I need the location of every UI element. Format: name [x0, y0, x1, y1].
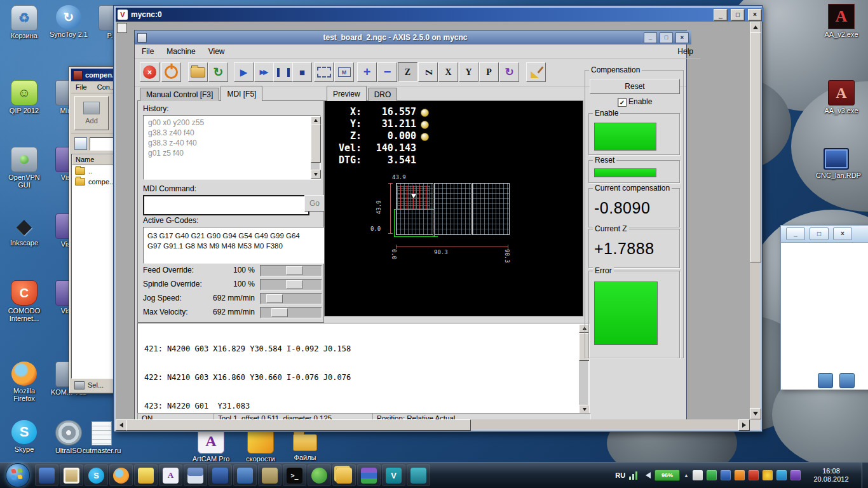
pause-button[interactable] — [273, 62, 293, 82]
taskbar-icon-terminal[interactable]: >_ — [283, 464, 306, 486]
desktop-icon-cnc-lan-rdp[interactable]: CNC_lan.RDP — [816, 146, 857, 179]
desktop-icon-qip[interactable]: ☺ QIP 2012 — [4, 80, 44, 114]
slider-handle[interactable] — [286, 266, 302, 275]
tray-icon-sun[interactable] — [763, 470, 773, 480]
taskbar-icon-app-blue[interactable] — [208, 464, 232, 486]
desktop-icon-firefox[interactable]: Mozilla Firefox — [4, 362, 44, 402]
clear-plot-button[interactable] — [526, 62, 546, 82]
run-program-button[interactable]: ▶ — [234, 62, 254, 82]
network-icon[interactable] — [629, 471, 639, 480]
rotate-view-button[interactable]: ↻ — [499, 62, 519, 82]
mdi-history-list[interactable]: g00 x0 y200 z55 g38.3 z40 f40 g38.3 z-40… — [143, 115, 321, 180]
desktop-icon-recycle-bin[interactable]: ♻ Корзина — [4, 5, 44, 39]
scroll-down-arrow[interactable] — [750, 408, 761, 419]
file-icon[interactable] — [818, 373, 833, 388]
desktop-icon-skorosti[interactable]: скорости — [240, 428, 281, 463]
machine-power-button[interactable] — [161, 62, 181, 82]
mdi-go-button[interactable]: Go — [304, 195, 325, 212]
scroll-right-arrow[interactable] — [738, 419, 750, 431]
reload-file-button[interactable]: ↻ — [208, 62, 228, 82]
spindle-override-slider[interactable] — [260, 279, 322, 290]
maximize-button[interactable]: □ — [810, 227, 829, 240]
show-desktop-button[interactable] — [862, 463, 868, 488]
desktop-icon-comodo[interactable]: C COMODO Internet... — [4, 280, 44, 322]
taskbar-icon-firefox[interactable] — [109, 464, 133, 486]
jog-speed-slider[interactable] — [260, 293, 322, 304]
desktop-icon-artcam[interactable]: A ArtCAM Pro — [191, 428, 231, 463]
clock[interactable]: 16:08 20.08.2012 — [810, 467, 853, 484]
tab-dro[interactable]: DRO — [368, 88, 398, 101]
menu-help[interactable]: Help — [677, 47, 693, 56]
history-scrollbar[interactable] — [311, 116, 320, 179]
vnc-titlebar[interactable]: V mycnc:0 _ □ × — [116, 8, 764, 22]
start-button[interactable] — [6, 463, 30, 487]
gcode-line[interactable]: 422: N4210 G03 X16.860 Y30.660 I-0.076 J… — [144, 373, 589, 383]
scroll-up-arrow[interactable] — [750, 22, 761, 33]
remote-desktop-view[interactable]: test_board_2.ngc - AXIS 2.5.0 on mycnc _… — [116, 22, 750, 419]
axis-window[interactable]: test_board_2.ngc - AXIS 2.5.0 on mycnc _… — [134, 30, 687, 419]
background-window-titlebar[interactable]: _ □ × — [781, 226, 868, 243]
gcode-line[interactable]: 421: N4200 G03 X16.829 Y30.584 I-0.092 J… — [144, 344, 589, 354]
tray-icon-lightblue[interactable] — [776, 470, 787, 480]
skip-lines-toggle[interactable] — [314, 62, 334, 82]
close-button[interactable]: × — [675, 32, 689, 43]
desktop-icon-aa-v3[interactable]: A AA_v3.exe — [821, 80, 862, 114]
taskbar-icon-calculator[interactable] — [184, 464, 207, 486]
tray-icon-blue[interactable] — [721, 470, 731, 480]
taskbar-icon-app-green[interactable] — [308, 464, 331, 486]
vnc-vertical-scrollbar[interactable] — [750, 22, 760, 419]
tray-icon-red[interactable] — [749, 470, 759, 480]
slider-handle[interactable] — [271, 308, 288, 317]
gcode-program-listing[interactable]: 421: N4200 G03 X16.829 Y30.584 I-0.092 J… — [137, 323, 590, 415]
minimize-button[interactable]: _ — [786, 227, 805, 240]
axis-titlebar[interactable]: test_board_2.ngc - AXIS 2.5.0 on mycnc _… — [135, 30, 691, 44]
taskbar-icon-skype[interactable]: S — [85, 464, 108, 486]
taskbar-icon-app-blue-2[interactable] — [233, 464, 257, 486]
estop-button[interactable]: × — [140, 62, 159, 82]
feed-override-slider[interactable] — [260, 265, 322, 276]
slider-handle[interactable] — [266, 294, 283, 303]
maximize-button[interactable]: □ — [660, 32, 673, 43]
language-indicator[interactable]: RU — [615, 471, 625, 479]
view-x-button[interactable]: X — [438, 62, 458, 82]
run-step-button[interactable]: ▶▶ — [254, 62, 274, 82]
maximize-button[interactable]: □ — [731, 9, 745, 21]
taskbar-icon-notes[interactable] — [60, 464, 83, 486]
menu-view[interactable]: View — [208, 47, 225, 56]
view-z2-button[interactable]: Z — [418, 62, 438, 82]
add-button[interactable]: Add — [74, 96, 109, 130]
tray-icon-document[interactable] — [693, 470, 703, 480]
open-file-button[interactable] — [188, 62, 208, 82]
desktop-icon-inkscape[interactable]: ◆ Inkscape — [4, 214, 44, 247]
tray-icon-purple[interactable] — [790, 470, 801, 480]
desktop-icon-aa-v2[interactable]: A AA_v2.exe — [821, 4, 862, 38]
taskbar-icon-winrar[interactable] — [357, 464, 381, 486]
scroll-down-arrow[interactable] — [579, 405, 590, 414]
taskbar-icon-remote-desktop[interactable] — [35, 464, 58, 486]
stop-button[interactable]: ■ — [292, 62, 312, 82]
desktop-icon-openvpn[interactable]: OpenVPN GUI — [4, 147, 44, 189]
menu-file[interactable]: File — [142, 47, 154, 56]
address-icon[interactable] — [74, 137, 87, 150]
taskbar-icon-artcam[interactable]: A — [159, 464, 182, 486]
hidden-icons-chevron[interactable]: ▲ — [684, 473, 689, 478]
zoom-in-button[interactable]: + — [357, 62, 377, 82]
taskbar-icon-app-teal[interactable] — [407, 464, 430, 486]
taskbar-icon-yellow-app[interactable] — [134, 464, 158, 486]
desktop-icon-files[interactable]: Файлы — [285, 428, 325, 461]
taskbar-icon-folder[interactable] — [258, 464, 281, 486]
minimize-button[interactable]: _ — [644, 32, 657, 43]
mdi-command-input[interactable] — [143, 195, 309, 215]
compensation-reset-button[interactable]: Reset — [590, 79, 680, 94]
desktop-icon-skype[interactable]: S Skype — [4, 420, 44, 453]
explorer-menu-file[interactable]: File — [76, 83, 87, 91]
battery-indicator[interactable]: 96% — [654, 470, 680, 481]
scroll-down-arrow[interactable] — [311, 170, 321, 179]
scrollbar-thumb[interactable] — [311, 125, 321, 163]
optional-stop-toggle[interactable]: M — [334, 62, 354, 82]
zoom-out-button[interactable]: − — [377, 62, 397, 82]
desktop-icon-synctoy[interactable]: ↻ SyncToy 2.1 — [48, 5, 89, 38]
menu-machine[interactable]: Machine — [166, 47, 195, 56]
view-z-button[interactable]: Z — [398, 62, 417, 82]
scroll-up-arrow[interactable] — [311, 116, 321, 125]
